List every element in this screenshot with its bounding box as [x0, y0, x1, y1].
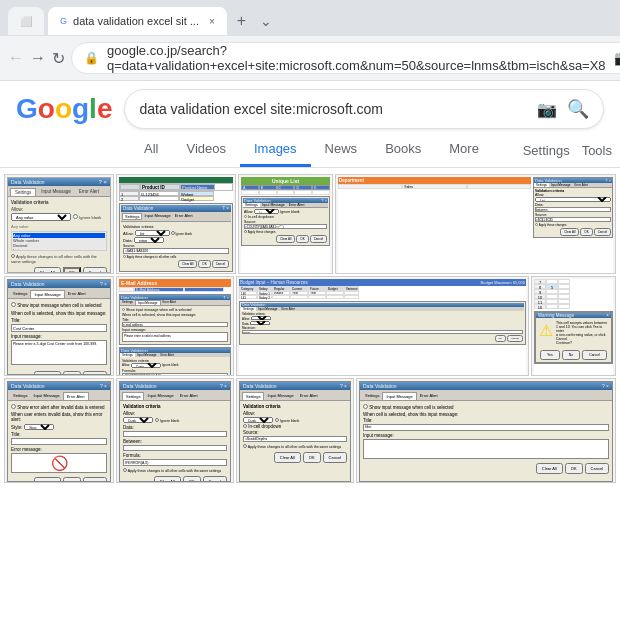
new-tab-button[interactable]: +: [231, 10, 252, 32]
image-thumb-10[interactable]: Data Validation? × Settings Input Messag…: [116, 378, 234, 483]
image-thumb-8[interactable]: 7 8 5 9 10 11 16: [531, 276, 616, 376]
refresh-button[interactable]: ↻: [52, 44, 65, 72]
image-thumb-4[interactable]: Department Sales Data Validation? ×: [335, 174, 616, 274]
camera-search-icon[interactable]: 📷: [537, 100, 557, 119]
image-thumb-2[interactable]: Product ID Product Name 1 G-123456 Widge…: [116, 174, 236, 274]
image-thumb-12[interactable]: Data Validation? × Settings Input Messag…: [356, 378, 616, 483]
tab-books[interactable]: Books: [371, 133, 435, 167]
tab-all[interactable]: All: [130, 133, 172, 167]
back-button[interactable]: ←: [8, 44, 24, 72]
tab-news[interactable]: News: [311, 133, 372, 167]
settings-link[interactable]: Settings: [523, 143, 570, 158]
tab-images[interactable]: Images: [240, 133, 311, 167]
image-thumb-9[interactable]: Data Validation? × Settings Input Messag…: [4, 378, 114, 483]
lock-icon: 🔒: [84, 51, 99, 65]
tab-videos[interactable]: Videos: [172, 133, 240, 167]
tab-title: data validation excel sit ...: [73, 15, 199, 27]
address-bar: 🔒 google.co.jp/search?q=data+validation+…: [71, 42, 620, 74]
browser-tab-inactive[interactable]: ⬜: [8, 7, 44, 35]
google-logo: Google: [16, 93, 112, 125]
camera-icon[interactable]: 📷: [614, 50, 620, 66]
search-submit-icon[interactable]: 🔍: [567, 98, 589, 120]
image-thumb-1[interactable]: Data Validation ? × Settings Input Messa…: [4, 174, 114, 274]
image-thumb-5[interactable]: Data Validation? × Settings Input Messag…: [4, 276, 114, 376]
image-thumb-3[interactable]: Unique List A B C D E: [238, 174, 333, 274]
tools-link[interactable]: Tools: [582, 143, 612, 158]
search-box[interactable]: 📷 🔍: [124, 89, 604, 129]
tab-more[interactable]: More: [435, 133, 493, 167]
url-text: google.co.jp/search?q=data+validation+ex…: [107, 43, 606, 73]
image-thumb-7[interactable]: Budget Input – Human Resources Budget Ma…: [236, 276, 529, 376]
search-input[interactable]: [139, 101, 527, 117]
dv-title-1: Data Validation: [11, 179, 45, 185]
image-thumb-11[interactable]: Data Validation? × Settings Input Messag…: [236, 378, 354, 483]
tab-close-icon[interactable]: ×: [209, 16, 215, 27]
tab-menu-icon[interactable]: ⌄: [260, 13, 272, 29]
forward-button[interactable]: →: [30, 44, 46, 72]
browser-tab-active[interactable]: G data validation excel sit ... ×: [48, 7, 227, 35]
image-results: Data Validation ? × Settings Input Messa…: [0, 168, 620, 489]
image-thumb-6[interactable]: E-Mail Address E-Mail Address Data Valid…: [116, 276, 234, 376]
